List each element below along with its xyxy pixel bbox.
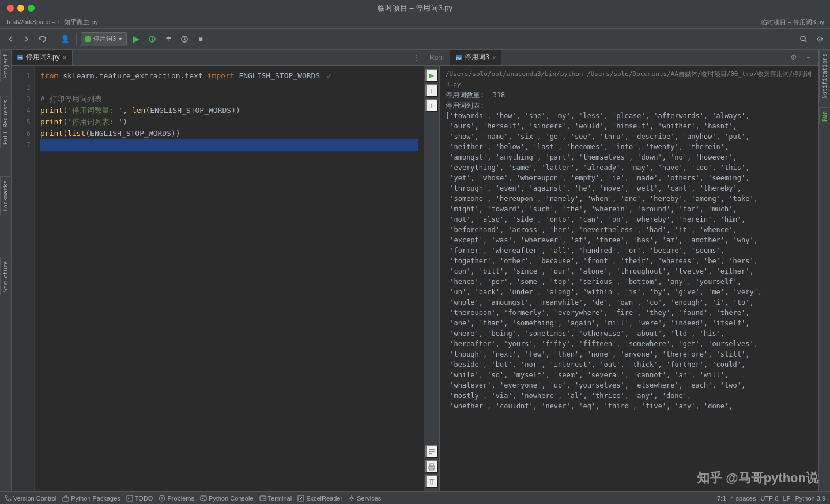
output-words-25: 'beside', 'but', 'nor', 'interest', 'out… [446, 359, 813, 370]
user-icon-button[interactable]: 👤 [58, 32, 72, 46]
editor-tab-bar: py 停用词3.py × ⋮ [12, 50, 424, 66]
coverage-button[interactable]: ☂ [161, 32, 175, 46]
editor-tab-menu[interactable]: ⋮ [412, 53, 420, 62]
output-words-13: 'except', 'was', 'wherever', 'at', 'thre… [446, 235, 813, 245]
code-line-3: # 打印停用词列表 [40, 93, 418, 105]
secondary-left: TestWorkSpace – 1_知乎爬虫.py [6, 18, 98, 26]
maximize-button[interactable] [28, 5, 35, 12]
run-wrap-btn[interactable] [425, 445, 438, 458]
output-words-24: 'though', 'next', 'few', 'then', 'none',… [446, 349, 813, 359]
nav-back-button[interactable] [3, 32, 17, 46]
debug-button[interactable] [145, 32, 159, 46]
svg-rect-18 [63, 497, 69, 501]
svg-point-5 [801, 36, 805, 41]
output-words-3: 'show', 'name', 'six', 'go', 'see', 'thr… [446, 131, 813, 142]
nav-forward-button[interactable] [20, 32, 33, 46]
run-tab-close[interactable]: × [492, 54, 496, 61]
output-words-14: 'former', 'whereafter', 'all', 'hundred'… [446, 245, 813, 256]
output-count: 停用词数量: 318 [446, 90, 813, 100]
window-title: 临时项目 – 停用词3.py [378, 3, 452, 13]
run-button[interactable]: ▶ [129, 32, 143, 46]
output-words-27: 'whatever', 'everyone', 'up', 'yourselve… [446, 380, 813, 391]
run-clear-btn[interactable] [425, 475, 438, 488]
svg-rect-12 [429, 453, 432, 454]
svg-rect-19 [127, 495, 133, 501]
run-tab-active[interactable]: py 停用词3 × [450, 50, 501, 65]
output-words-21: 'one', 'than', 'something', 'again', 'mi… [446, 318, 813, 328]
todo-icon [126, 495, 133, 502]
search-button[interactable] [797, 32, 810, 46]
code-editor: 1 2 3 4 5 6 7 from sklearn.feature_extra… [12, 66, 424, 491]
line-num-5: 5 [15, 116, 31, 128]
python-packages-item[interactable]: Python Packages [62, 495, 120, 502]
sidebar-tab-pull-requests[interactable]: Pull Requests [0, 96, 10, 148]
run-tab-bar: Run: py 停用词3 × ⚙ − [424, 50, 818, 66]
line-ending-setting[interactable]: LF [783, 495, 791, 502]
secondary-right: 临时项目 – 停用词3.py [761, 18, 824, 26]
services-item[interactable]: Services [348, 495, 381, 502]
sidebar-tab-notifications[interactable]: Notifications [819, 50, 829, 102]
output-words-11: 'not', 'also', 'side', 'onto', 'can', 'o… [446, 214, 813, 225]
excel-reader-item[interactable]: ExcelReader [297, 495, 342, 502]
todo-item[interactable]: TODO [126, 495, 153, 502]
editor-tab-close[interactable]: × [63, 54, 66, 61]
python-version[interactable]: Python 3.9 [795, 495, 825, 502]
output-words-20: 'thereupon', 'formerly', 'everywhere', '… [446, 308, 813, 318]
center-layout: py 停用词3.py × ⋮ 1 2 3 4 5 6 7 [12, 50, 818, 491]
problems-item[interactable]: Problems [159, 495, 194, 502]
run-play-btn[interactable]: ▶ [425, 69, 438, 82]
python-console-label: Python Console [209, 495, 254, 502]
svg-rect-21 [201, 496, 206, 501]
problems-icon [159, 495, 165, 502]
profile-button[interactable] [178, 32, 191, 46]
sidebar-tab-bookmarks[interactable]: Bookmarks [0, 176, 10, 215]
run-config-button[interactable]: 停用词3 ▼ [81, 32, 127, 46]
indent-setting[interactable]: 4 spaces [730, 495, 756, 502]
run-panel: Run: py 停用词3 × ⚙ − ▶ ↓ [424, 50, 818, 491]
line-numbers: 1 2 3 4 5 6 7 [12, 66, 35, 491]
code-line-4: print('停用词数量: ', len(ENGLISH_STOP_WORDS)… [40, 105, 418, 116]
python-console-item[interactable]: Python Console [200, 495, 254, 502]
line-num-2: 2 [15, 82, 31, 93]
run-settings-button[interactable]: ⚙ [787, 51, 800, 64]
run-print-btn[interactable] [425, 460, 438, 473]
editor-tab-filename: 停用词3.py [26, 52, 60, 62]
run-minimize-button[interactable]: − [802, 51, 815, 64]
toolbar-sep-2 [76, 33, 77, 45]
encoding-setting[interactable]: UTF-8 [760, 495, 778, 502]
excel-reader-icon [297, 495, 304, 502]
output-content[interactable]: /Users/solo/opt/anaconda3/bin/python /Us… [440, 66, 818, 491]
stop-button[interactable]: ■ [194, 32, 207, 46]
svg-point-16 [5, 495, 7, 498]
settings-button[interactable]: ⚙ [813, 32, 827, 46]
python-packages-icon [62, 495, 69, 502]
terminal-item[interactable]: Terminal [259, 495, 292, 502]
output-words-8: 'through', 'even', 'against', 'he', 'mov… [446, 183, 813, 194]
python-console-icon [200, 495, 207, 502]
python-file-icon: py [17, 55, 23, 60]
outer-layout: Project Pull Requests Bookmarks Structur… [0, 50, 830, 491]
excel-reader-label: ExcelReader [306, 495, 342, 502]
services-icon [348, 495, 355, 502]
reload-button[interactable] [36, 32, 50, 46]
run-scroll-up-btn[interactable]: ↑ [425, 99, 438, 112]
output-words-9: 'someone', 'hereupon', 'namely', 'when',… [446, 194, 813, 204]
output-words-17: 'hence', 'per', 'some', 'top', 'serious'… [446, 276, 813, 287]
run-scroll-down-btn[interactable]: ↓ [425, 84, 438, 97]
svg-rect-11 [429, 451, 435, 452]
output-words-29: 'whether', 'couldnt', 'never', 'eg', 'th… [446, 401, 813, 411]
close-button[interactable] [7, 5, 14, 12]
code-line-7 [40, 139, 418, 151]
editor-tab-active[interactable]: py 停用词3.py × [12, 50, 73, 65]
sidebar-tab-run[interactable]: Run [819, 107, 829, 125]
sidebar-tab-structure[interactable]: Structure [0, 257, 10, 295]
cursor-position[interactable]: 7:1 [717, 495, 726, 502]
sidebar-tab-project[interactable]: Project [0, 50, 10, 81]
version-control-item[interactable]: Version Control [5, 495, 56, 502]
output-words-1: ['towards', 'how', 'she', 'my', 'less', … [446, 111, 813, 121]
code-content[interactable]: from sklearn.feature_extraction.text imp… [35, 66, 424, 491]
minimize-button[interactable] [17, 5, 24, 12]
toolbar: 👤 停用词3 ▼ ▶ ☂ ■ ⚙ [0, 29, 830, 50]
toolbar-sep-3 [212, 33, 212, 45]
svg-point-24 [350, 497, 353, 499]
